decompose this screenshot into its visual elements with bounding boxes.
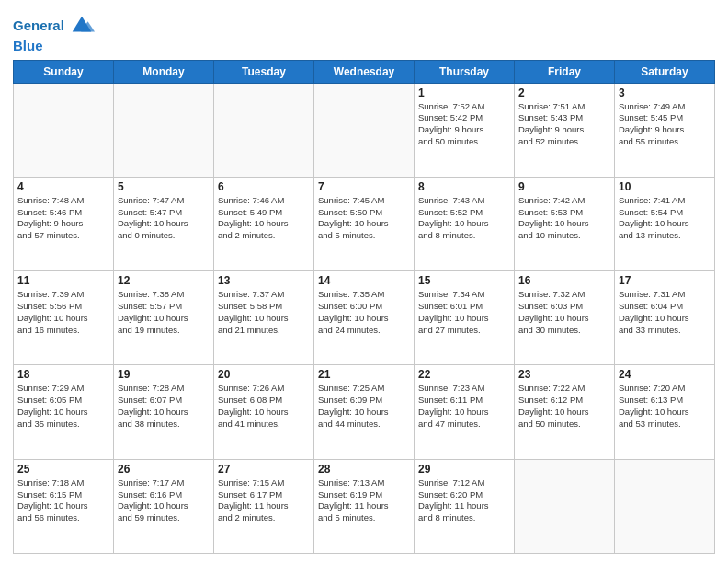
weekday-friday: Friday [515, 60, 615, 83]
day-cell: 20Sunrise: 7:26 AM Sunset: 6:08 PM Dayli… [214, 365, 314, 459]
day-number: 7 [318, 180, 410, 193]
day-cell: 6Sunrise: 7:46 AM Sunset: 5:49 PM Daylig… [214, 177, 314, 270]
day-info: Sunrise: 7:51 AM Sunset: 5:43 PM Dayligh… [518, 101, 610, 148]
weekday-thursday: Thursday [415, 60, 515, 83]
day-cell [615, 459, 715, 553]
day-info: Sunrise: 7:22 AM Sunset: 6:12 PM Dayligh… [518, 383, 610, 430]
day-info: Sunrise: 7:35 AM Sunset: 6:00 PM Dayligh… [318, 289, 410, 336]
day-info: Sunrise: 7:37 AM Sunset: 5:58 PM Dayligh… [218, 289, 310, 336]
day-cell: 9Sunrise: 7:42 AM Sunset: 5:53 PM Daylig… [515, 177, 615, 270]
day-cell: 18Sunrise: 7:29 AM Sunset: 6:05 PM Dayli… [14, 365, 114, 459]
day-info: Sunrise: 7:45 AM Sunset: 5:50 PM Dayligh… [318, 195, 410, 242]
day-cell: 12Sunrise: 7:38 AM Sunset: 5:57 PM Dayli… [114, 271, 214, 365]
day-number: 12 [118, 274, 210, 287]
day-cell: 1Sunrise: 7:52 AM Sunset: 5:42 PM Daylig… [415, 83, 515, 177]
day-cell [515, 459, 615, 553]
day-info: Sunrise: 7:29 AM Sunset: 6:05 PM Dayligh… [17, 383, 109, 430]
day-cell: 22Sunrise: 7:23 AM Sunset: 6:11 PM Dayli… [415, 365, 515, 459]
day-info: Sunrise: 7:39 AM Sunset: 5:56 PM Dayligh… [17, 289, 109, 336]
day-number: 29 [418, 463, 510, 476]
day-cell: 11Sunrise: 7:39 AM Sunset: 5:56 PM Dayli… [14, 271, 114, 365]
day-cell: 26Sunrise: 7:17 AM Sunset: 6:16 PM Dayli… [114, 459, 214, 553]
day-cell: 21Sunrise: 7:25 AM Sunset: 6:09 PM Dayli… [314, 365, 415, 459]
day-number: 8 [418, 180, 510, 193]
day-cell: 29Sunrise: 7:12 AM Sunset: 6:20 PM Dayli… [415, 459, 515, 553]
day-number: 11 [17, 274, 109, 287]
day-cell: 3Sunrise: 7:49 AM Sunset: 5:45 PM Daylig… [615, 83, 715, 177]
day-info: Sunrise: 7:13 AM Sunset: 6:19 PM Dayligh… [318, 477, 410, 524]
week-row-2: 4Sunrise: 7:48 AM Sunset: 5:46 PM Daylig… [14, 177, 715, 270]
day-cell [114, 83, 214, 177]
calendar-table: SundayMondayTuesdayWednesdayThursdayFrid… [13, 60, 715, 555]
day-info: Sunrise: 7:28 AM Sunset: 6:07 PM Dayligh… [118, 383, 210, 430]
day-info: Sunrise: 7:26 AM Sunset: 6:08 PM Dayligh… [218, 383, 310, 430]
week-row-3: 11Sunrise: 7:39 AM Sunset: 5:56 PM Dayli… [14, 271, 715, 365]
day-number: 25 [17, 463, 109, 476]
day-cell: 17Sunrise: 7:31 AM Sunset: 6:04 PM Dayli… [615, 271, 715, 365]
day-cell: 4Sunrise: 7:48 AM Sunset: 5:46 PM Daylig… [14, 177, 114, 270]
day-info: Sunrise: 7:52 AM Sunset: 5:42 PM Dayligh… [418, 101, 510, 148]
day-number: 13 [218, 274, 310, 287]
day-cell: 25Sunrise: 7:18 AM Sunset: 6:15 PM Dayli… [14, 459, 114, 553]
day-number: 14 [318, 274, 410, 287]
day-info: Sunrise: 7:47 AM Sunset: 5:47 PM Dayligh… [118, 195, 210, 242]
weekday-saturday: Saturday [615, 60, 715, 83]
day-info: Sunrise: 7:18 AM Sunset: 6:15 PM Dayligh… [17, 477, 109, 524]
logo: General Blue [13, 13, 95, 54]
day-number: 9 [518, 180, 610, 193]
day-info: Sunrise: 7:12 AM Sunset: 6:20 PM Dayligh… [418, 477, 510, 524]
day-number: 26 [118, 463, 210, 476]
day-info: Sunrise: 7:32 AM Sunset: 6:03 PM Dayligh… [518, 289, 610, 336]
day-info: Sunrise: 7:48 AM Sunset: 5:46 PM Dayligh… [17, 195, 109, 242]
weekday-wednesday: Wednesday [314, 60, 415, 83]
logo-icon [69, 13, 95, 39]
day-info: Sunrise: 7:38 AM Sunset: 5:57 PM Dayligh… [118, 289, 210, 336]
day-info: Sunrise: 7:25 AM Sunset: 6:09 PM Dayligh… [318, 383, 410, 430]
day-info: Sunrise: 7:15 AM Sunset: 6:17 PM Dayligh… [218, 477, 310, 524]
day-info: Sunrise: 7:43 AM Sunset: 5:52 PM Dayligh… [418, 195, 510, 242]
week-row-1: 1Sunrise: 7:52 AM Sunset: 5:42 PM Daylig… [14, 83, 715, 177]
day-number: 19 [118, 368, 210, 381]
day-info: Sunrise: 7:41 AM Sunset: 5:54 PM Dayligh… [619, 195, 711, 242]
day-number: 27 [218, 463, 310, 476]
header: General Blue [13, 9, 715, 54]
day-number: 15 [418, 274, 510, 287]
day-number: 16 [518, 274, 610, 287]
day-number: 22 [418, 368, 510, 381]
day-number: 28 [318, 463, 410, 476]
day-info: Sunrise: 7:42 AM Sunset: 5:53 PM Dayligh… [518, 195, 610, 242]
day-cell: 13Sunrise: 7:37 AM Sunset: 5:58 PM Dayli… [214, 271, 314, 365]
day-info: Sunrise: 7:31 AM Sunset: 6:04 PM Dayligh… [619, 289, 711, 336]
day-info: Sunrise: 7:34 AM Sunset: 6:01 PM Dayligh… [418, 289, 510, 336]
day-number: 17 [619, 274, 711, 287]
day-number: 10 [619, 180, 711, 193]
day-info: Sunrise: 7:49 AM Sunset: 5:45 PM Dayligh… [619, 101, 711, 148]
day-cell: 10Sunrise: 7:41 AM Sunset: 5:54 PM Dayli… [615, 177, 715, 270]
day-number: 2 [518, 86, 610, 99]
day-cell: 15Sunrise: 7:34 AM Sunset: 6:01 PM Dayli… [415, 271, 515, 365]
day-number: 4 [17, 180, 109, 193]
weekday-monday: Monday [114, 60, 214, 83]
day-info: Sunrise: 7:46 AM Sunset: 5:49 PM Dayligh… [218, 195, 310, 242]
day-cell: 24Sunrise: 7:20 AM Sunset: 6:13 PM Dayli… [615, 365, 715, 459]
day-number: 5 [118, 180, 210, 193]
day-info: Sunrise: 7:20 AM Sunset: 6:13 PM Dayligh… [619, 383, 711, 430]
day-number: 3 [619, 86, 711, 99]
day-number: 1 [418, 86, 510, 99]
day-number: 18 [17, 368, 109, 381]
day-cell: 8Sunrise: 7:43 AM Sunset: 5:52 PM Daylig… [415, 177, 515, 270]
day-number: 21 [318, 368, 410, 381]
weekday-tuesday: Tuesday [214, 60, 314, 83]
day-number: 20 [218, 368, 310, 381]
weekday-header-row: SundayMondayTuesdayWednesdayThursdayFrid… [14, 60, 715, 83]
day-info: Sunrise: 7:17 AM Sunset: 6:16 PM Dayligh… [118, 477, 210, 524]
day-cell: 16Sunrise: 7:32 AM Sunset: 6:03 PM Dayli… [515, 271, 615, 365]
day-number: 23 [518, 368, 610, 381]
day-cell: 27Sunrise: 7:15 AM Sunset: 6:17 PM Dayli… [214, 459, 314, 553]
week-row-5: 25Sunrise: 7:18 AM Sunset: 6:15 PM Dayli… [14, 459, 715, 553]
page: General Blue SundayMondayTuesdayWednesda… [0, 0, 728, 563]
day-cell: 5Sunrise: 7:47 AM Sunset: 5:47 PM Daylig… [114, 177, 214, 270]
day-cell: 2Sunrise: 7:51 AM Sunset: 5:43 PM Daylig… [515, 83, 615, 177]
logo-text-blue: Blue [13, 39, 95, 54]
day-cell [14, 83, 114, 177]
